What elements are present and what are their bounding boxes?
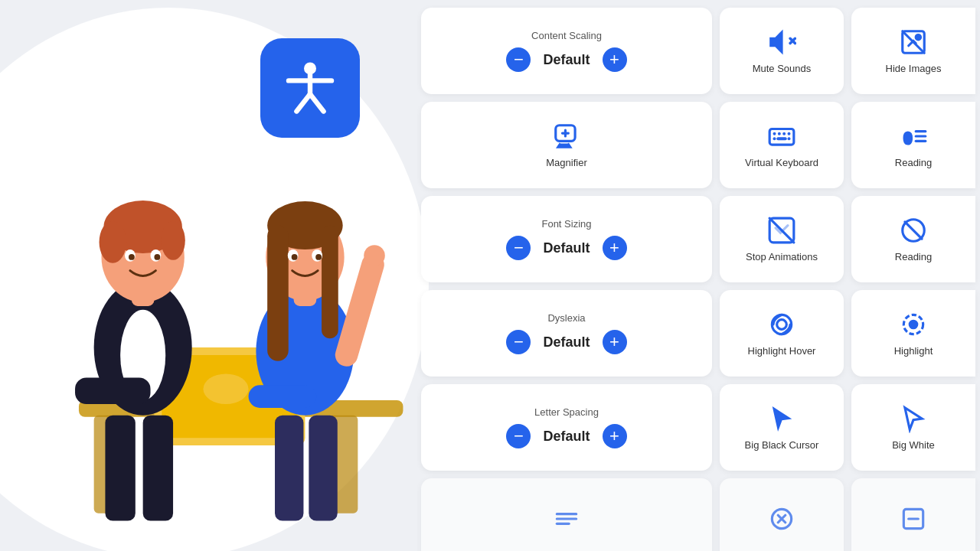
svg-point-22 (129, 254, 135, 260)
svg-line-3 (296, 94, 310, 111)
extra-card-1[interactable] (421, 478, 712, 551)
svg-rect-39 (249, 385, 317, 408)
highlight-focus-icon (899, 310, 928, 339)
extra-icon-3 (899, 504, 928, 533)
reading-guide-icon: 0 (899, 122, 928, 151)
reading-mask-card[interactable]: Reading (851, 196, 975, 282)
hide-images-icon (899, 28, 928, 57)
letter-spacing-card[interactable]: Letter Spacing − Default + (421, 384, 712, 471)
stop-animations-label: Stop Animations (746, 251, 818, 262)
font-sizing-value: Default (543, 240, 590, 256)
accessibility-figure-icon (279, 57, 341, 119)
letter-spacing-increase[interactable]: + (603, 424, 627, 448)
big-white-cursor-label: Big White (892, 439, 935, 451)
extra-card-3[interactable] (851, 478, 975, 551)
stop-animations-card[interactable]: Stop Animations (720, 196, 844, 282)
dyslexia-card[interactable]: Dyslexia − Default + (421, 290, 712, 377)
extra-icon-1 (552, 504, 581, 533)
big-black-cursor-card[interactable]: Big Black Cursor (720, 384, 844, 471)
svg-point-18 (100, 221, 126, 263)
font-sizing-decrease[interactable]: − (506, 236, 531, 260)
mute-sounds-card[interactable]: Mute Sounds (720, 8, 844, 94)
big-black-cursor-label: Big Black Cursor (745, 439, 819, 451)
reading-mask-label: Reading (895, 251, 932, 262)
svg-point-44 (916, 35, 920, 40)
big-white-cursor-card[interactable]: Big White (851, 384, 975, 471)
hide-images-card[interactable]: Hide Images (851, 8, 975, 94)
svg-point-67 (910, 321, 917, 328)
content-scaling-increase[interactable]: + (603, 47, 627, 72)
svg-rect-32 (322, 226, 338, 339)
svg-point-19 (161, 221, 185, 260)
widgets-panel: Content Scaling − Default + Mute Sounds (413, 0, 980, 551)
virtual-keyboard-icon (767, 122, 796, 151)
font-sizing-increase[interactable]: + (603, 236, 627, 260)
svg-point-10 (203, 374, 248, 404)
big-black-cursor-icon (767, 404, 796, 433)
highlight-focus-label: Highlight (894, 345, 933, 357)
svg-point-23 (154, 254, 160, 260)
dyslexia-title: Dyslexia (547, 312, 585, 324)
font-sizing-card[interactable]: Font Sizing − Default + (421, 196, 712, 282)
font-sizing-title: Font Sizing (541, 218, 591, 230)
extra-icon-2 (767, 504, 796, 533)
extra-card-2[interactable] (720, 478, 844, 551)
big-white-cursor-icon (899, 404, 928, 433)
highlight-hover-icon (767, 310, 796, 339)
letter-spacing-value: Default (543, 429, 590, 445)
content-scaling-card[interactable]: Content Scaling − Default + (421, 8, 712, 94)
svg-rect-11 (105, 416, 135, 521)
svg-line-4 (310, 94, 324, 111)
svg-rect-25 (275, 416, 303, 521)
content-scaling-title: Content Scaling (531, 30, 602, 41)
svg-rect-26 (309, 416, 337, 521)
svg-line-63 (905, 222, 922, 239)
stop-animations-icon (767, 216, 796, 245)
mute-sounds-label: Mute Sounds (753, 63, 812, 74)
virtual-keyboard-card[interactable]: Virtual Keyboard (720, 102, 844, 188)
svg-line-37 (347, 265, 373, 355)
svg-text:0: 0 (903, 129, 912, 148)
svg-point-36 (315, 254, 322, 260)
letter-spacing-title: Letter Spacing (534, 406, 599, 418)
svg-rect-31 (267, 226, 289, 361)
dyslexia-decrease[interactable]: − (506, 330, 531, 354)
people-illustration (0, 54, 452, 551)
content-scaling-value: Default (543, 52, 590, 68)
dyslexia-value: Default (543, 334, 590, 350)
magnifier-card[interactable]: Magnifier (421, 102, 712, 188)
letter-spacing-decrease[interactable]: − (506, 424, 531, 448)
mute-sounds-icon (767, 28, 796, 57)
virtual-keyboard-label: Virtual Keyboard (745, 157, 818, 168)
svg-point-64 (772, 315, 791, 334)
svg-rect-24 (75, 377, 150, 403)
reading-guide-label: Reading (895, 157, 932, 168)
highlight-hover-card[interactable]: Highlight Hover (720, 290, 844, 377)
accessibility-app-icon (260, 38, 360, 138)
svg-rect-48 (769, 129, 794, 145)
svg-point-35 (292, 254, 298, 260)
svg-rect-12 (143, 416, 173, 521)
reading-mask-icon (899, 216, 928, 245)
highlight-focus-card[interactable]: Highlight (851, 290, 975, 377)
svg-point-65 (777, 320, 787, 330)
content-scaling-decrease[interactable]: − (506, 47, 531, 72)
magnifier-icon (552, 122, 581, 151)
reading-guide-card[interactable]: 0 Reading (851, 102, 975, 188)
svg-point-38 (364, 245, 385, 266)
dyslexia-increase[interactable]: + (603, 330, 627, 354)
magnifier-label: Magnifier (546, 157, 586, 168)
highlight-hover-label: Highlight Hover (748, 345, 816, 357)
hide-images-label: Hide Images (886, 63, 942, 74)
